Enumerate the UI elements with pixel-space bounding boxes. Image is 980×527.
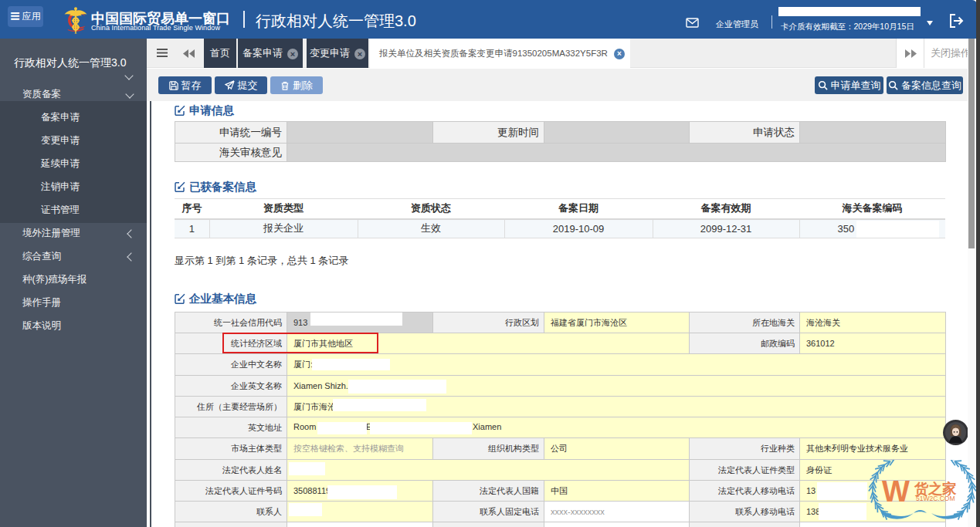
svg-text:W: W xyxy=(882,475,910,508)
svg-text:51W2C.COM: 51W2C.COM xyxy=(916,495,955,502)
